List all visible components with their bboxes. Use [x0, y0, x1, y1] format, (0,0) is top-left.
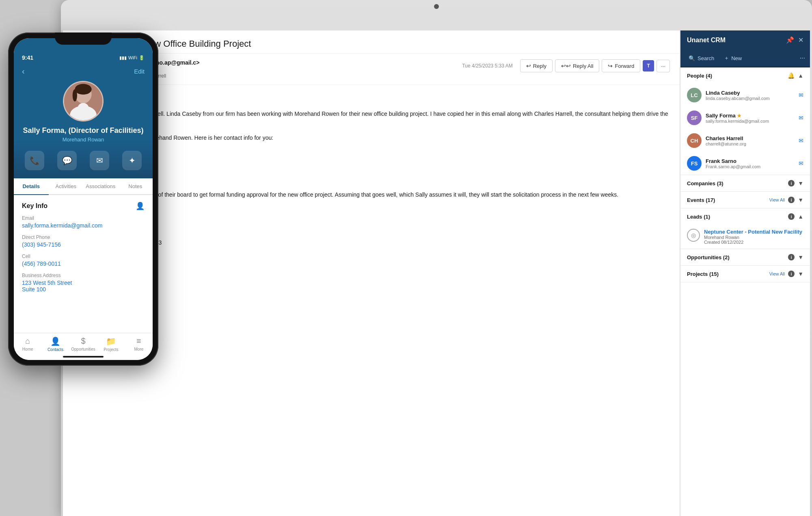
leads-chevron-up-icon[interactable]: ▲: [798, 213, 803, 220]
phone-back-button[interactable]: ‹: [22, 67, 25, 76]
crm-people-actions: 🔔 ▲: [788, 72, 803, 79]
phone-nav-opportunities[interactable]: $ Opportunities: [69, 336, 97, 352]
pin-icon[interactable]: 📌: [786, 36, 794, 44]
projects-info-icon[interactable]: i: [788, 271, 795, 277]
more-nav-icon: ≡: [136, 336, 141, 346]
crm-companies-title: Companies (3): [687, 180, 788, 186]
crm-person-frank[interactable]: FS Frank Sarno Frank.sarno.ap@gmail.com …: [680, 152, 810, 175]
tab-notes[interactable]: Notes: [118, 178, 153, 195]
lead-neptune-company: Morehand Rowan: [704, 235, 803, 240]
crm-projects-header[interactable]: Projects (15) View All i ▼: [680, 266, 810, 282]
email-para-2: Sally Forma is our contact at Morehand R…: [73, 133, 670, 142]
phone-nav-bar: ‹ Edit: [14, 63, 153, 81]
crm-search-button[interactable]: 🔍 Search: [685, 54, 717, 63]
crm-projects-actions: View All i ▼: [769, 271, 803, 277]
phone-nav-projects[interactable]: 📁 Projects: [97, 336, 125, 352]
linda-email: linda.caseby.abcam@gmail.com: [706, 96, 795, 101]
crm-companies-actions: i ▼: [788, 180, 803, 186]
cell-value[interactable]: (456) 789-0011: [22, 260, 145, 267]
crm-events-actions: View All i ▼: [769, 197, 803, 203]
tab-activities[interactable]: Activities: [49, 178, 84, 195]
laptop-screen: Re: Introduction | New Office Building P…: [63, 30, 810, 516]
phone-nav-home[interactable]: ⌂ Home: [14, 336, 41, 352]
key-info-icon: 👤: [136, 202, 145, 210]
charles-name: Charles Harrell: [706, 135, 795, 141]
events-chevron-icon[interactable]: ▼: [798, 197, 803, 203]
opportunities-info-icon[interactable]: i: [788, 254, 795, 260]
phone-address-field: Business Address 123 West 5th StreetSuit…: [22, 273, 145, 293]
crm-person-linda[interactable]: LC Linda Caseby linda.caseby.abcam@gmail…: [680, 84, 810, 106]
phone-home-indicator: [14, 353, 153, 360]
svg-point-3: [73, 89, 77, 102]
phone-status-icons: ▮▮▮ WiFi 🔋: [119, 55, 145, 61]
phone-avatar: [63, 81, 104, 121]
reply-button[interactable]: ↩ Reply: [520, 59, 553, 72]
crm-new-button[interactable]: ＋ New: [721, 53, 745, 63]
crm-projects-title: Projects (15): [687, 271, 769, 277]
teams-icon[interactable]: T: [643, 60, 654, 72]
phone-nav-more[interactable]: ≡ More: [125, 336, 153, 352]
phone-magic-icon[interactable]: ✦: [122, 151, 142, 170]
contacts-nav-label: Contacts: [48, 347, 63, 352]
companies-chevron-icon[interactable]: ▼: [798, 180, 803, 186]
phone-edit-button[interactable]: Edit: [134, 68, 145, 75]
crm-opportunities-header[interactable]: Opportunities (2) i ▼: [680, 249, 810, 265]
companies-info-icon[interactable]: i: [788, 180, 795, 186]
linda-email-icon[interactable]: ✉: [799, 92, 803, 98]
frank-email-icon[interactable]: ✉: [799, 160, 803, 167]
phone-email-icon[interactable]: ✉: [90, 151, 109, 170]
phone-avatar-image: [64, 82, 102, 120]
phone-message-icon[interactable]: 💬: [57, 151, 77, 170]
crm-leads-header[interactable]: Leads (1) i ▲: [680, 208, 810, 225]
home-nav-icon: ⌂: [25, 336, 30, 346]
crm-companies-header[interactable]: Companies (3) i ▼: [680, 175, 810, 191]
sally-email-icon[interactable]: ✉: [799, 115, 803, 121]
charles-email-icon[interactable]: ✉: [799, 137, 803, 144]
crm-people-header[interactable]: People (4) 🔔 ▲: [680, 67, 810, 84]
email-closing: Regards,: [73, 205, 670, 214]
leads-info-icon[interactable]: i: [788, 213, 795, 220]
battery-icon: 🔋: [139, 55, 145, 61]
crm-events-section: Events (17) View All i ▼: [680, 192, 810, 208]
phone-nav-contacts[interactable]: 👤 Contacts: [41, 336, 69, 352]
events-view-all[interactable]: View All: [769, 197, 785, 202]
avatar-svg: [64, 82, 102, 120]
more-actions-button[interactable]: ···: [657, 60, 670, 72]
phone-bottom-nav: ⌂ Home 👤 Contacts $ Opportunities 📁 Proj…: [14, 333, 153, 353]
projects-chevron-icon[interactable]: ▼: [798, 271, 803, 277]
phone-call-icon[interactable]: 📞: [25, 151, 44, 170]
crm-events-header[interactable]: Events (17) View All i ▼: [680, 192, 810, 208]
crm-person-sally[interactable]: SF Sally Forma ★ sally.forma.kermida@gma…: [680, 106, 810, 129]
email-timestamp: Tue 4/25/2023 5:33 AM: [462, 63, 512, 69]
phone-profile-section: Sally Forma, (Director of Facilities) Mo…: [14, 81, 153, 178]
sally-info: Sally Forma ★ sally.forma.kermida@gmail.…: [706, 113, 795, 124]
reply-all-button[interactable]: ↩↩ Reply All: [555, 59, 600, 72]
opportunities-chevron-icon[interactable]: ▼: [798, 254, 803, 260]
search-icon: 🔍: [689, 55, 695, 61]
close-icon[interactable]: ✕: [798, 36, 803, 44]
phone-time: 9:41: [22, 54, 33, 61]
crm-more-button[interactable]: ···: [800, 54, 805, 62]
tab-details[interactable]: Details: [14, 178, 49, 195]
crm-lead-neptune[interactable]: ◎ Neptune Center - Potential New Facilit…: [680, 225, 810, 249]
bell-icon[interactable]: 🔔: [788, 72, 795, 79]
direct-phone-value[interactable]: (303) 945-7156: [22, 241, 145, 248]
projects-view-all[interactable]: View All: [769, 271, 785, 276]
laptop-camera: [434, 4, 439, 9]
dots-icon: ···: [661, 63, 665, 69]
crm-person-charles[interactable]: CH Charles Harrell charrell@atunne.org ✉: [680, 129, 810, 152]
events-info-icon[interactable]: i: [788, 197, 795, 203]
phone-cell-field: Cell (456) 789-0011: [22, 254, 145, 267]
frank-email: Frank.sarno.ap@gmail.com: [706, 164, 795, 169]
charles-avatar: CH: [687, 133, 702, 148]
forward-button[interactable]: ↪ Forward: [602, 59, 640, 72]
sally-star-icon: ★: [737, 113, 741, 119]
address-value[interactable]: 123 West 5th StreetSuite 100: [22, 280, 145, 293]
lead-neptune-info: Neptune Center - Potential New Facility …: [704, 229, 803, 245]
tab-associations[interactable]: Associations: [83, 178, 118, 195]
crm-header: Unanet CRM 📌 ✕: [680, 30, 810, 50]
phone-direct-phone-field: Direct Phone (303) 945-7156: [22, 234, 145, 248]
crm-people-section: People (4) 🔔 ▲ LC Linda Caseby linda.cas…: [680, 67, 810, 175]
people-chevron-up-icon[interactable]: ▲: [798, 72, 803, 79]
email-value[interactable]: sally.forma.kermida@gmail.com: [22, 222, 145, 229]
